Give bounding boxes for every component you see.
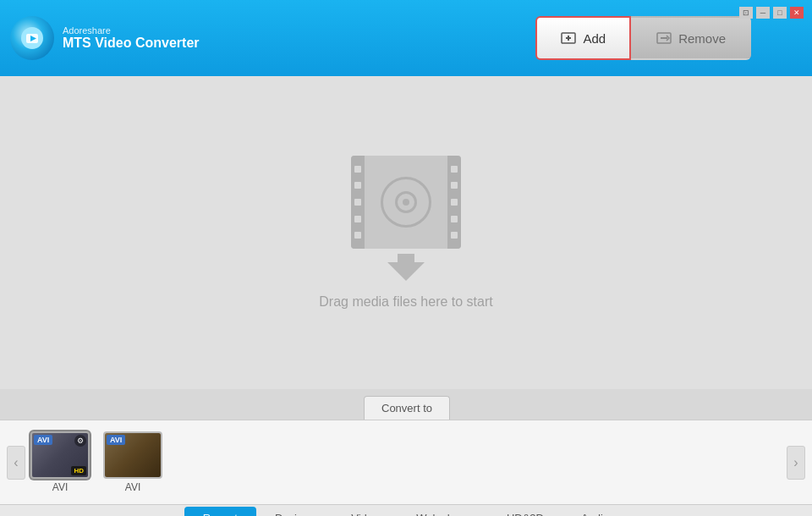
preset-hd-badge: HD (71, 466, 86, 475)
tabs-row: Recent Devices Video Web share HD&3D Aud… (0, 504, 812, 516)
preset-item[interactable]: AVI HD ⚙ AVI (30, 431, 90, 493)
extra-control[interactable]: ⊡ (739, 7, 753, 19)
app-name: Adoreshare MTS Video Converter (63, 25, 200, 51)
tab-video[interactable]: Video (332, 507, 398, 517)
toolbar-buttons: Add Remove (535, 16, 751, 60)
tab-devices[interactable]: Devices (256, 507, 332, 517)
film-icon (351, 156, 461, 249)
film-strip-left (351, 156, 365, 249)
tab-audio[interactable]: Audio (562, 507, 628, 517)
drag-text: Drag media files here to start (319, 294, 492, 310)
title-bar: Adoreshare MTS Video Converter Add Remov… (0, 0, 812, 76)
convert-to-bar: Convert to (0, 389, 812, 420)
app-title: MTS Video Converter (63, 36, 200, 51)
preset-thumb-avi-hd[interactable]: AVI HD ⚙ (30, 431, 90, 479)
tab-web-share[interactable]: Web share (398, 507, 488, 517)
minimize-button[interactable]: ─ (756, 7, 770, 19)
window-controls: ⊡ ─ □ ✕ (739, 7, 804, 19)
down-arrow-icon (387, 262, 425, 281)
nav-arrow-right[interactable]: › (787, 446, 805, 480)
add-icon (561, 30, 576, 46)
preset-item-2[interactable]: AVI AVI (103, 431, 162, 493)
nav-arrow-left[interactable]: ‹ (7, 446, 25, 480)
convert-to-tab[interactable]: Convert to (364, 396, 450, 420)
drop-area[interactable]: Drag media files here to start (0, 76, 812, 389)
gear-icon[interactable]: ⚙ (74, 435, 86, 447)
preset-badge: AVI (34, 435, 52, 445)
tab-recent[interactable]: Recent (184, 507, 256, 517)
tab-hd3d[interactable]: HD&3D (488, 507, 562, 517)
app-logo (10, 16, 54, 60)
film-strip-right (447, 156, 461, 249)
preset-label-2: AVI (125, 481, 140, 493)
remove-button[interactable]: Remove (631, 16, 751, 60)
app-subtitle: Adoreshare (63, 25, 200, 36)
drop-zone: Drag media files here to start (319, 156, 492, 310)
remove-icon (656, 30, 672, 46)
add-button[interactable]: Add (535, 16, 631, 60)
preset-thumb-avi[interactable]: AVI (103, 431, 162, 479)
preset-label-1: AVI (52, 481, 68, 493)
preset-badge-2: AVI (107, 435, 125, 445)
film-reel (381, 177, 431, 228)
maximize-button[interactable]: □ (773, 7, 787, 19)
presets-row: ‹ AVI HD ⚙ AVI AVI AVI › (0, 420, 812, 504)
close-button[interactable]: ✕ (790, 7, 804, 19)
